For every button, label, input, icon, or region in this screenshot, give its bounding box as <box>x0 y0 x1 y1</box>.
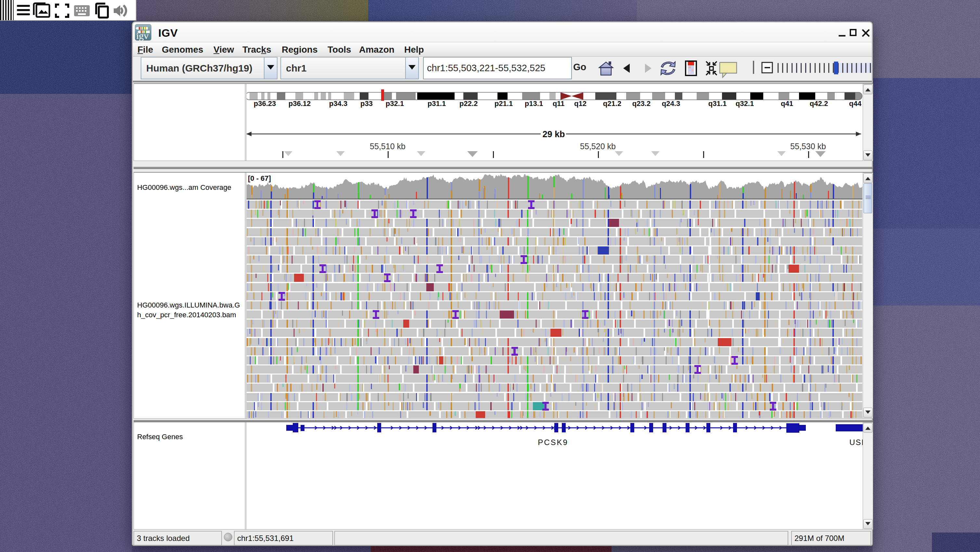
svg-text:q23.2: q23.2 <box>632 99 651 108</box>
svg-text:p33: p33 <box>360 99 373 108</box>
svg-text:igv: igv <box>136 30 148 41</box>
svg-text:p32.1: p32.1 <box>386 99 404 108</box>
svg-text:q44: q44 <box>849 99 862 108</box>
svg-text:55,530 kb: 55,530 kb <box>790 142 826 151</box>
svg-text:q31.1: q31.1 <box>708 99 727 108</box>
svg-text:55,510 kb: 55,510 kb <box>370 142 406 151</box>
svg-text:55,520 kb: 55,520 kb <box>580 142 616 151</box>
svg-text:p21.1: p21.1 <box>495 99 513 108</box>
svg-text:q41: q41 <box>781 99 793 108</box>
svg-text:PCSK9: PCSK9 <box>538 438 568 447</box>
svg-text:p22.2: p22.2 <box>460 99 478 108</box>
svg-text:p36.23: p36.23 <box>254 99 276 108</box>
svg-text:p36.12: p36.12 <box>288 99 311 108</box>
svg-text:29 kb: 29 kb <box>542 129 565 139</box>
svg-text:p13.1: p13.1 <box>525 99 543 108</box>
svg-text:q21.2: q21.2 <box>603 99 621 108</box>
svg-text:q11: q11 <box>553 99 565 108</box>
svg-text:p31.1: p31.1 <box>428 99 446 108</box>
svg-text:q32.1: q32.1 <box>736 99 754 108</box>
svg-text:p34.3: p34.3 <box>329 99 347 108</box>
svg-text:q24.3: q24.3 <box>662 99 680 108</box>
svg-text:[0 - 67]: [0 - 67] <box>248 174 271 182</box>
svg-text:q12: q12 <box>574 99 587 108</box>
svg-text:q42.2: q42.2 <box>810 99 828 108</box>
